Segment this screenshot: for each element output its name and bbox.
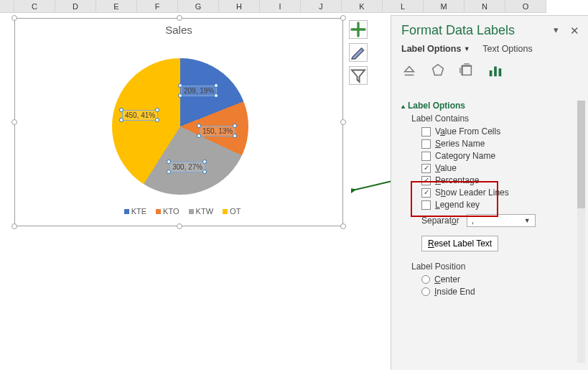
col-header[interactable]: H (219, 0, 260, 13)
chevron-down-icon: ▼ (524, 217, 531, 224)
chart-object[interactable]: Sales 209, 19% 150, 13% 300, 27% 450, 41… (14, 18, 343, 226)
opt-value[interactable]: ✓Value (421, 163, 585, 173)
pane-menu-dropdown[interactable]: ▾ (554, 24, 559, 37)
label-position-heading: Label Position (411, 262, 585, 272)
data-label-ktw[interactable]: 300, 27% (169, 162, 205, 172)
label-contains-heading: Label Contains (411, 114, 585, 124)
svg-rect-3 (494, 67, 497, 77)
effects-icon[interactable] (430, 63, 446, 78)
chart-filter-button[interactable] (349, 66, 368, 85)
data-label-kto[interactable]: 150, 13% (200, 126, 235, 137)
legend-label: OT (230, 207, 241, 216)
separator-label: Separator (421, 216, 459, 226)
brush-icon (350, 44, 367, 61)
opt-value-from-cells[interactable]: Value From Cells (421, 126, 585, 137)
row-header-gutter (0, 0, 14, 13)
scrollbar-thumb[interactable] (577, 101, 585, 208)
chart-legend[interactable]: KTE KTO KTW OT (15, 207, 342, 216)
pos-inside-end[interactable]: Inside End (421, 287, 585, 297)
opt-category-name[interactable]: Category Name (421, 151, 585, 161)
opt-series-name[interactable]: Series Name (421, 139, 585, 149)
col-header[interactable]: M (424, 0, 465, 13)
pie-plot-area[interactable]: 209, 19% 150, 13% 300, 27% 450, 41% (112, 58, 248, 195)
legend-label: KTE (131, 207, 146, 216)
legend-label: KTW (196, 207, 213, 216)
data-label-ot[interactable]: 450, 41% (122, 110, 158, 121)
col-header[interactable]: G (178, 0, 219, 13)
pane-title: Format Data Labels (401, 23, 515, 38)
col-header[interactable]: I (260, 0, 301, 13)
col-header[interactable]: F (137, 0, 178, 13)
size-properties-icon[interactable] (459, 63, 475, 78)
pos-center[interactable]: Center (421, 274, 585, 285)
chart-elements-button[interactable] (349, 20, 368, 39)
section-label-options[interactable]: Label Options (401, 101, 585, 111)
chart-mini-toolbar (349, 20, 368, 85)
col-header[interactable]: D (55, 0, 96, 13)
funnel-icon (350, 67, 367, 84)
pane-scrollbar[interactable] (577, 101, 585, 363)
annotation-highlight (411, 181, 498, 217)
col-header[interactable]: E (96, 0, 137, 13)
col-header[interactable]: J (301, 0, 342, 13)
chart-styles-button[interactable] (349, 43, 368, 62)
svg-rect-4 (499, 68, 502, 76)
col-header[interactable]: K (342, 0, 383, 13)
tab-text-options[interactable]: Text Options (482, 44, 532, 54)
column-headers: C D E F G H I J K L M N O (0, 0, 588, 13)
chart-title[interactable]: Sales (15, 24, 342, 36)
plus-icon (350, 21, 367, 38)
label-options-icon[interactable] (487, 63, 503, 78)
svg-rect-2 (490, 70, 493, 76)
fill-line-icon[interactable] (401, 63, 417, 78)
close-icon[interactable]: ✕ (570, 24, 579, 37)
legend-label: KTO (163, 207, 179, 216)
col-header[interactable]: O (505, 0, 546, 13)
data-label-kte[interactable]: 209, 19% (181, 85, 217, 96)
col-header[interactable]: L (383, 0, 424, 13)
svg-rect-1 (462, 66, 472, 75)
svg-marker-0 (433, 65, 444, 75)
tab-label-options[interactable]: Label Options (401, 44, 461, 54)
reset-label-text-button[interactable]: Reset Label Text (421, 236, 498, 251)
chevron-down-icon[interactable]: ▼ (464, 45, 470, 52)
col-header[interactable]: C (14, 0, 55, 13)
col-header[interactable]: N (465, 0, 505, 13)
